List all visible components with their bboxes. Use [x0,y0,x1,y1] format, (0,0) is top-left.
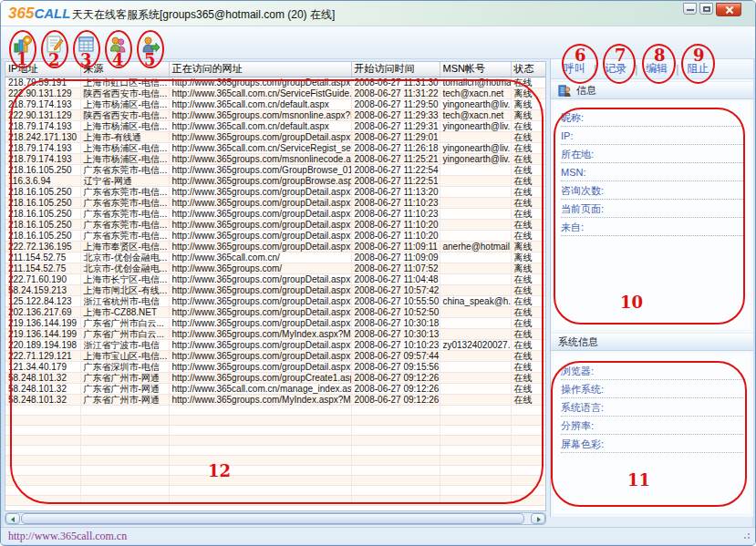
stats-settings-icon[interactable] [12,34,34,56]
table-cell: http://www.365groups.com/groupDetail.asp… [169,186,351,197]
table-row[interactable]: 58.24.159.213上海市闸北区-有线...http://www.365g… [5,284,545,295]
table-row[interactable]: 218.16.105.250广东省东莞市-电信...http://www.365… [5,197,545,208]
right-arrow-icon [537,517,541,522]
column-header-ip[interactable]: IP地址 [5,62,80,77]
table-cell: 在线 [511,230,545,241]
record-button[interactable]: 记录 [605,61,627,77]
table-row[interactable]: 218.79.174.193上海市杨浦区-电信...http://www.365… [5,153,545,164]
resize-grip[interactable] [742,533,750,541]
table-cell: 222.72.136.195 [5,241,80,252]
edit-button[interactable]: 编辑 [646,61,668,77]
table-row[interactable]: 121.34.40.179广东省深圳市-电信http://www.365grou… [5,361,545,372]
user-away-icon[interactable] [140,34,161,56]
table-cell: 58.248.101.32 [5,383,80,394]
column-header-status[interactable]: 状态 [511,62,545,77]
table-row[interactable]: 222.72.136.195上海市奉贤区-电信...http://www.365… [5,241,545,252]
table-cell: yingonearth@liv... [440,98,511,109]
table-row[interactable]: 218.79.59.191上海市虹口区-电信...http://www.365g… [5,77,545,88]
window-title: 天天在线客服系统[groups365@hotmail.com (20) 在线] [72,7,335,23]
table-cell: 辽宁省-网通 [80,175,169,186]
table-row[interactable]: 202.136.217.69上海市-CZ88.NEThttp://www.365… [5,306,545,317]
table-row[interactable]: 218.79.174.193上海市杨浦区-电信...http://www.365… [5,142,545,153]
table-cell: 2008-06-27 09:12:26 [351,383,440,394]
records-table-icon[interactable] [76,34,98,56]
close-button[interactable] [716,3,741,16]
table-row[interactable]: 58.248.101.32广东省广州市-网通http://www.365grou… [5,394,545,405]
table-cell [440,328,511,339]
table-cell: 2008-06-27 11:31:22 [351,88,440,98]
info-section-header: 信息 [551,81,753,99]
table-row[interactable]: 218.79.174.193上海市杨浦区-电信...http://www.365… [5,120,545,131]
horizontal-scrollbar[interactable] [5,512,546,525]
table-cell: 2008-06-27 11:22:54 [351,164,440,175]
table-row[interactable]: 211.154.52.75北京市-优创金融电...http://www.365g… [5,263,545,273]
call-button[interactable]: 呼叫 [564,61,585,77]
table-row[interactable]: 218.16.105.250广东省东莞市-电信...http://www.365… [5,230,545,241]
scroll-right-arrow[interactable] [531,513,545,524]
table-cell: 上海市-CZ88.NET [80,306,169,317]
table-cell: 2008-06-27 11:22:51 [351,175,440,186]
table-row[interactable]: 218.242.171.130上海市-有线通http://www.365grou… [5,131,545,142]
table-row[interactable]: 218.16.105.250广东省东莞市-电信...http://www.365… [5,208,545,219]
field-label: 咨询次数: [561,185,604,196]
table-row[interactable]: 222.90.131.129陕西省西安市-电信...http://www.365… [5,88,545,98]
table-cell: 在线 [511,131,545,142]
table-cell: tomailcn@hotma... [440,77,511,88]
table-cell: 2008-06-27 11:10:20 [351,230,440,241]
column-header-source[interactable]: 来源 [80,62,169,77]
block-button[interactable]: 阻止 [687,61,709,77]
table-cell: 广东省广州市-网通 [80,383,169,394]
field-label: 当前页面: [561,203,604,214]
person-info-icon [558,84,572,98]
table-row[interactable]: 219.136.144.199广东省广州市白云...http://www.365… [5,328,545,339]
table-cell [440,273,511,284]
table-cell: 在线 [511,153,545,164]
table-row[interactable]: 218.16.105.250广东省东莞市-电信...http://www.365… [5,219,545,230]
scrollbar-thumb[interactable] [21,513,524,524]
table-cell [440,361,511,372]
table-row[interactable]: 58.248.101.32广东省广州市-网通http://www.365call… [5,383,545,394]
table-cell: http://www.365call.com.cn/default.aspx [169,120,351,131]
maximize-button[interactable] [699,3,713,15]
table-cell: 219.136.144.199 [5,328,80,339]
table-row[interactable]: 211.154.52.75北京市-优创金融电...http://www.365c… [5,252,545,263]
table-cell: http://www.365call.com.cn/ServiceRegist_… [169,142,351,153]
table-row[interactable]: 116.3.6.94辽宁省-网通http://www.365groups.com… [5,175,545,186]
table-row-empty [5,475,545,485]
table-row[interactable]: 218.16.105.250广东省东莞市-电信...http://www.365… [5,164,545,175]
table-row[interactable]: 58.248.101.32广东省广州市-网通http://www.365grou… [5,372,545,383]
table-row[interactable]: 218.79.174.193上海市杨浦区-电信...http://www.365… [5,98,545,109]
field-label: 屏幕色彩: [561,438,604,449]
table-cell: china_speak@h... [440,295,511,306]
table-cell: http://www.365call.com.cn/manage_index.a… [169,383,351,394]
column-header-msn[interactable]: MSN帐号 [440,62,511,77]
table-cell: 218.16.105.250 [5,197,80,208]
table-row[interactable]: 222.71.129.121上海市宝山区-电信...http://www.365… [5,350,545,361]
minimize-button[interactable] [683,3,697,15]
table-cell: 在线 [511,383,545,394]
table-row[interactable]: 219.136.144.199广东省广州市白云...http://www.365… [5,317,545,328]
column-header-start-time[interactable]: 开始访问时间 [351,62,440,77]
table-cell: 浙江省宁波市-电信 [80,339,169,350]
edit-note-icon[interactable] [44,34,66,56]
table-cell [440,317,511,328]
users-icon[interactable] [108,34,129,56]
table-row[interactable]: 222.90.131.129陕西省西安市-电信...http://www.365… [5,109,545,120]
table-row[interactable]: 222.71.60.190上海市长宁区-电信...http://www.365g… [5,273,545,284]
table-row[interactable]: 220.189.194.198浙江省宁波市-电信http://www.365gr… [5,339,545,350]
table-cell: http://www.365groups.com/groupDetail.asp… [169,241,351,252]
table-cell: 2008-06-27 11:29:33 [351,109,440,120]
visitor-table-body: 218.79.59.191上海市虹口区-电信...http://www.365g… [5,77,545,505]
table-row[interactable]: 125.122.84.123浙江省杭州市-电信http://www.365gro… [5,295,545,306]
table-row-empty [5,445,545,455]
table-cell: 上海市虹口区-电信... [80,77,169,88]
scroll-left-arrow[interactable] [5,513,20,524]
table-cell: 218.79.174.193 [5,98,80,109]
table-cell: 220.189.194.198 [5,339,80,350]
table-cell: http://www.365groups.com/ [169,263,351,273]
table-row-empty [5,435,545,445]
column-header-url[interactable]: 正在访问的网址 [169,62,351,77]
table-row[interactable]: 218.16.105.250广东省东莞市-电信...http://www.365… [5,186,545,197]
field-label: 来自: [561,221,584,232]
table-cell: 上海市奉贤区-电信... [80,241,169,252]
